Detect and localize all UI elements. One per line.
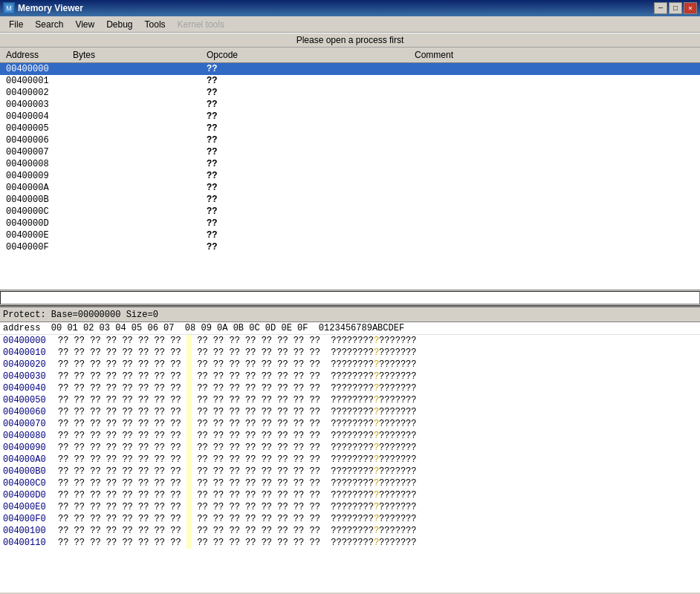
row-comment: [412, 123, 697, 134]
hex-bytes-low: ?? ?? ?? ?? ?? ?? ?? ??: [58, 382, 187, 394]
minimize-button[interactable]: ─: [654, 2, 667, 14]
table-row[interactable]: 00400001 ??: [0, 75, 700, 87]
title-bar-left: M Memory Viewer: [3, 2, 83, 14]
hex-row[interactable]: 00400020 ?? ?? ?? ?? ?? ?? ?? ?? ?? ?? ?…: [0, 359, 700, 371]
table-row[interactable]: 0040000A ??: [0, 182, 700, 194]
table-row[interactable]: 0040000F ??: [0, 241, 700, 253]
hex-ascii-yellow: ?: [374, 347, 379, 359]
hex-ascii-yellow: ?: [374, 394, 379, 406]
row-comment: [412, 146, 697, 158]
table-row[interactable]: 00400006 ??: [0, 134, 700, 146]
hex-bytes-low: ?? ?? ?? ?? ?? ?? ?? ??: [58, 477, 187, 489]
hex-row[interactable]: 004000F0 ?? ?? ?? ?? ?? ?? ?? ?? ?? ?? ?…: [0, 513, 700, 525]
table-row[interactable]: 00400003 ??: [0, 99, 700, 111]
hex-row[interactable]: 00400070 ?? ?? ?? ?? ?? ?? ?? ?? ?? ?? ?…: [0, 418, 700, 430]
hex-bytes-high: ?? ?? ?? ?? ?? ?? ?? ??: [192, 537, 331, 549]
window-title: Memory Viewer: [18, 3, 83, 13]
close-button[interactable]: ✕: [684, 2, 697, 14]
row-comment: [412, 158, 697, 170]
table-row[interactable]: 00400007 ??: [0, 146, 700, 158]
hex-ascii-2: ???????: [379, 335, 416, 347]
hex-scroll-area: address 00 01 02 03 04 05 06 07 08 09 0A…: [0, 322, 700, 593]
row-bytes: [70, 63, 204, 75]
row-comment: [412, 63, 697, 75]
row-bytes: [70, 182, 204, 194]
hex-ascii-2: ???????: [379, 501, 416, 513]
table-row[interactable]: 0040000C ??: [0, 206, 700, 218]
hex-bytes-low: ?? ?? ?? ?? ?? ?? ?? ??: [58, 335, 187, 347]
hex-row[interactable]: 00400030 ?? ?? ?? ?? ?? ?? ?? ?? ?? ?? ?…: [0, 371, 700, 382]
table-row[interactable]: 00400009 ??: [0, 170, 700, 182]
hex-ascii: ????????: [331, 466, 374, 477]
row-comment: [412, 170, 697, 182]
hex-row[interactable]: 004000C0 ?? ?? ?? ?? ?? ?? ?? ?? ?? ?? ?…: [0, 477, 700, 489]
hex-ascii-2: ???????: [379, 382, 416, 394]
hex-bytes-low: ?? ?? ?? ?? ?? ?? ?? ??: [58, 501, 187, 513]
hex-row[interactable]: 00400010 ?? ?? ?? ?? ?? ?? ?? ?? ?? ?? ?…: [0, 347, 700, 359]
hex-bytes-low: ?? ?? ?? ?? ?? ?? ?? ??: [58, 537, 187, 549]
hex-row[interactable]: 004000B0 ?? ?? ?? ?? ?? ?? ?? ?? ?? ?? ?…: [0, 466, 700, 477]
hex-row[interactable]: 00400100 ?? ?? ?? ?? ?? ?? ?? ?? ?? ?? ?…: [0, 525, 700, 537]
title-buttons[interactable]: ─ □ ✕: [654, 2, 697, 14]
menu-item-search[interactable]: Search: [29, 18, 69, 31]
table-row[interactable]: 0040000D ??: [0, 218, 700, 229]
hex-bytes-high: ?? ?? ?? ?? ?? ?? ?? ??: [192, 513, 331, 525]
hex-row[interactable]: 00400060 ?? ?? ?? ?? ?? ?? ?? ?? ?? ?? ?…: [0, 406, 700, 418]
hex-ascii-2: ???????: [379, 394, 416, 406]
row-address: 00400008: [3, 158, 70, 170]
title-bar: M Memory Viewer ─ □ ✕: [0, 0, 700, 16]
hex-ascii-yellow: ?: [374, 466, 379, 477]
menu-item-view[interactable]: View: [69, 18, 100, 31]
hex-ascii-yellow: ?: [374, 335, 379, 347]
hex-ascii-yellow: ?: [374, 406, 379, 418]
col-bytes: Bytes: [70, 49, 204, 61]
hex-row[interactable]: 00400090 ?? ?? ?? ?? ?? ?? ?? ?? ?? ?? ?…: [0, 442, 700, 454]
hex-row[interactable]: 00400080 ?? ?? ?? ?? ?? ?? ?? ?? ?? ?? ?…: [0, 430, 700, 442]
hex-row[interactable]: 00400040 ?? ?? ?? ?? ?? ?? ?? ?? ?? ?? ?…: [0, 382, 700, 394]
hex-ascii-yellow: ?: [374, 525, 379, 537]
table-row[interactable]: 00400004 ??: [0, 111, 700, 123]
table-row[interactable]: 0040000B ??: [0, 194, 700, 206]
table-row[interactable]: 00400008 ??: [0, 158, 700, 170]
table-row[interactable]: 0040000E ??: [0, 229, 700, 241]
hex-row[interactable]: 00400050 ?? ?? ?? ?? ?? ?? ?? ?? ?? ?? ?…: [0, 394, 700, 406]
hex-ascii-2: ???????: [379, 537, 416, 549]
hex-bytes-high: ?? ?? ?? ?? ?? ?? ?? ??: [192, 347, 331, 359]
hex-row-addr: 004000F0: [3, 513, 55, 525]
restore-button[interactable]: □: [669, 2, 682, 14]
row-opcode: ??: [204, 87, 412, 99]
hex-row[interactable]: 004000A0 ?? ?? ?? ?? ?? ?? ?? ?? ?? ?? ?…: [0, 454, 700, 466]
menu-item-tools[interactable]: Tools: [139, 18, 172, 31]
menu-item-file[interactable]: File: [3, 18, 29, 31]
row-address: 0040000E: [3, 229, 70, 241]
hex-row[interactable]: 00400000 ?? ?? ?? ?? ?? ?? ?? ?? ?? ?? ?…: [0, 335, 700, 347]
hex-protect-info: Protect: Base=00000000 Size=0: [3, 310, 158, 320]
row-bytes: [70, 229, 204, 241]
hex-row[interactable]: 004000E0 ?? ?? ?? ?? ?? ?? ?? ?? ?? ?? ?…: [0, 501, 700, 513]
row-opcode: ??: [204, 134, 412, 146]
hex-ascii-2: ???????: [379, 359, 416, 371]
hex-bytes-high: ?? ?? ?? ?? ?? ?? ?? ??: [192, 335, 331, 347]
row-bytes: [70, 158, 204, 170]
hex-body[interactable]: 00400000 ?? ?? ?? ?? ?? ?? ?? ?? ?? ?? ?…: [0, 335, 700, 593]
hex-row[interactable]: 004000D0 ?? ?? ?? ?? ?? ?? ?? ?? ?? ?? ?…: [0, 489, 700, 501]
hex-row-addr: 00400040: [3, 382, 55, 394]
hex-ascii-yellow: ?: [374, 513, 379, 525]
menu-item-debug[interactable]: Debug: [100, 18, 138, 31]
menu-item-kernel-tools: Kernel tools: [172, 18, 230, 31]
table-row[interactable]: 00400000 ??: [0, 63, 700, 75]
hex-row-addr: 00400060: [3, 406, 55, 418]
hex-row[interactable]: 00400110 ?? ?? ?? ?? ?? ?? ?? ?? ?? ?? ?…: [0, 537, 700, 549]
address-input[interactable]: [0, 291, 700, 304]
row-opcode: ??: [204, 63, 412, 75]
hex-row-addr: 00400050: [3, 394, 55, 406]
hex-ascii-2: ???????: [379, 347, 416, 359]
row-comment: [412, 241, 697, 253]
table-row[interactable]: 00400005 ??: [0, 123, 700, 134]
table-row[interactable]: 00400002 ??: [0, 87, 700, 99]
row-address: 00400004: [3, 111, 70, 123]
row-bytes: [70, 111, 204, 123]
hex-bytes-high: ?? ?? ?? ?? ?? ?? ?? ??: [192, 430, 331, 442]
disassembly-body[interactable]: 00400000 ?? 00400001 ?? 00400002 ?? 0040…: [0, 63, 700, 290]
hex-row-addr: 00400090: [3, 442, 55, 454]
